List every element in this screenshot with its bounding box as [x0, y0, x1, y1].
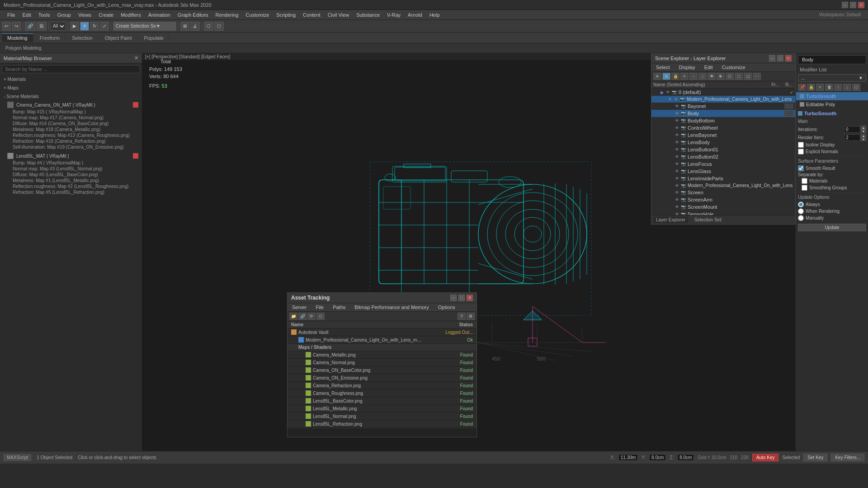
mat-cinema-camera[interactable]: Cinema_Camera_ON_MAT ( VRayMtl ) [0, 101, 142, 109]
viewport[interactable]: [+] [Perspective] [Standard] [Edged Face… [142, 53, 796, 451]
at-row-lens-normal[interactable]: Lens85L_Normal.png Found [288, 413, 476, 420]
selection-filter[interactable]: All [51, 22, 66, 31]
se-render-btn[interactable]: ⬡ [726, 73, 734, 80]
se-item-screen[interactable]: 👁 📷 Screen [651, 189, 795, 196]
ts-manually-row[interactable]: Manually [798, 215, 866, 221]
se-menu-display[interactable]: Display [675, 63, 700, 71]
ts-materials-check[interactable] [802, 178, 807, 184]
se-item-bodybottom[interactable]: 👁 📷 BodyBottom [651, 117, 795, 124]
se-item-0-default[interactable]: ▶ 👁 📷 0 (default) ✓ [651, 89, 795, 96]
mod-more-btn[interactable]: ⬡ [852, 84, 860, 91]
modifier-turbosmooth[interactable]: TurboSmooth [796, 92, 868, 100]
mat-browser-close[interactable]: ✕ [134, 55, 138, 61]
at-row-cam-metallic[interactable]: Camera_Metallic.png Found [288, 351, 476, 359]
se-filter-btn[interactable]: ≡ [662, 73, 670, 80]
se-close[interactable]: ✕ [785, 55, 792, 61]
menu-animation[interactable]: Animation [145, 12, 174, 18]
mod-add-btn[interactable]: + [816, 84, 824, 91]
se-expand-btn[interactable]: + [680, 73, 689, 80]
material-search-input[interactable] [2, 65, 140, 73]
tab-modeling[interactable]: Modeling [2, 33, 33, 42]
menu-group[interactable]: Group [53, 12, 75, 18]
se-item-lensbutton02[interactable]: 👁 📷 LensButton02 [651, 153, 795, 160]
maximize-btn[interactable]: □ [850, 2, 856, 8]
at-menu-options[interactable]: Options [434, 303, 460, 311]
object-name-field[interactable]: Body [798, 55, 866, 64]
mod-up-btn[interactable]: ↑ [834, 84, 842, 91]
ts-isoline-check[interactable] [798, 142, 804, 148]
auto-key-btn[interactable]: Auto Key [752, 454, 779, 461]
ts-riter-down[interactable]: ▼ [861, 137, 866, 141]
angle-snap-btn[interactable]: ∡ [190, 22, 200, 31]
se-item-lensfocus[interactable]: 👁 📷 LensFocus [651, 160, 795, 168]
tab-populate[interactable]: Populate [138, 34, 169, 42]
render-setup-btn[interactable]: ⬡ [214, 22, 224, 31]
se-sort-btn[interactable]: ↕ [698, 73, 707, 80]
select-rotate-btn[interactable]: ↻ [90, 22, 99, 31]
ts-riter-up[interactable]: ▲ [861, 134, 866, 137]
mat-lens85l[interactable]: Lens85L_MAT ( VRayMtl ) [0, 152, 142, 160]
modifier-list-dropdown[interactable]: ... ▼ [798, 74, 866, 82]
at-help-btn[interactable]: ? [458, 313, 466, 320]
se-item-body[interactable]: 👁 📷 Body [651, 110, 795, 117]
at-menu-bitmap[interactable]: Bitmap Performance and Memory [350, 303, 433, 311]
ts-iterations-input[interactable] [844, 126, 860, 133]
se-item-lensbutton01[interactable]: 👁 📷 LensButton01 [651, 146, 795, 153]
menu-customize[interactable]: Customize [242, 12, 273, 18]
ts-update-btn[interactable]: Update [798, 224, 866, 231]
scene-materials-section[interactable]: - Scene Materials [0, 92, 142, 101]
menu-graph-editors[interactable]: Graph Editors [174, 12, 212, 18]
at-menu-server[interactable]: Server [288, 303, 311, 311]
at-row-cam-refraction[interactable]: Camera_Refraction.png Found [288, 382, 476, 389]
unlink-btn[interactable]: ⛓ [37, 22, 47, 31]
redo-btn[interactable]: ↪ [12, 22, 21, 31]
ts-iter-down[interactable]: ▼ [861, 129, 866, 133]
menu-edit[interactable]: Edit [19, 12, 35, 18]
link-btn[interactable]: 🔗 [25, 22, 36, 31]
ts-render-iters-input[interactable] [844, 134, 860, 141]
at-close[interactable]: ✕ [467, 295, 473, 301]
se-item-lensbayonet[interactable]: 👁 📷 LensBayonet [651, 131, 795, 139]
at-row-max-file[interactable]: Modern_Professional_Camera_Light_On_with… [288, 336, 476, 344]
maxscript-label[interactable]: MAXScript [4, 454, 31, 461]
menu-content[interactable]: Content [299, 12, 324, 18]
snap-btn[interactable]: ⊞ [180, 22, 189, 31]
menu-substance[interactable]: Substance [353, 12, 383, 18]
menu-rendering[interactable]: Rendering [212, 12, 242, 18]
tab-object-paint[interactable]: Object Paint [99, 34, 138, 42]
create-selection-btn[interactable]: Create Selection Se ▼ [113, 22, 176, 31]
ts-manually-radio[interactable] [798, 215, 804, 221]
at-row-lens-basecolor[interactable]: Lens85L_BaseColor.png Found [288, 397, 476, 405]
se-menu-edit[interactable]: Edit [700, 63, 717, 71]
ts-smoothing-groups-row[interactable]: Smoothing Groups [802, 185, 866, 191]
menu-scripting[interactable]: Scripting [273, 12, 299, 18]
se-item-screenmount[interactable]: 👁 📷 ScreenMount [651, 203, 795, 211]
ts-smooth-check[interactable] [798, 165, 804, 171]
ts-always-radio[interactable] [798, 202, 804, 207]
se-item-controlwheel[interactable]: 👁 📷 ControlWheel [651, 124, 795, 131]
at-menu-paths[interactable]: Paths [328, 303, 350, 311]
se-maximize[interactable]: □ [777, 55, 783, 61]
se-wire-btn[interactable]: ◻ [744, 73, 752, 80]
se-item-screenarm[interactable]: 👁 📷 ScreenArm [651, 196, 795, 203]
menu-vray[interactable]: V-Ray [383, 12, 404, 18]
at-row-lens-refraction[interactable]: Lens85L_Refraction.png Found [288, 420, 476, 428]
select-move-btn[interactable]: ✛ [80, 22, 89, 31]
at-row-cam-emissive[interactable]: Camera_ON_Emissive.png Found [288, 374, 476, 382]
se-minimize[interactable]: ─ [769, 55, 775, 61]
at-btn2[interactable]: 🔗 [298, 313, 307, 320]
ts-always-row[interactable]: Always [798, 202, 866, 207]
menu-tools[interactable]: Tools [35, 12, 54, 18]
se-item-lensinsideparts[interactable]: 👁 📷 LensInsideParts [651, 175, 795, 182]
se-item-lensbody[interactable]: 👁 📷 LensBody [651, 139, 795, 146]
materials-section[interactable]: + Materials [0, 75, 142, 84]
render-btn[interactable]: ⬡ [204, 22, 213, 31]
tab-selection[interactable]: Selection [66, 34, 98, 42]
se-freeze-btn[interactable]: ❄ [717, 73, 725, 80]
ts-smooth-result-row[interactable]: Smooth Result [798, 165, 866, 171]
se-menu-customize[interactable]: Customize [717, 63, 750, 71]
at-btn4[interactable]: ⬡ [316, 313, 325, 320]
menu-civil-view[interactable]: Civil View [324, 12, 353, 18]
at-minimize[interactable]: ─ [450, 295, 457, 301]
ts-iter-up[interactable]: ▲ [861, 126, 866, 129]
